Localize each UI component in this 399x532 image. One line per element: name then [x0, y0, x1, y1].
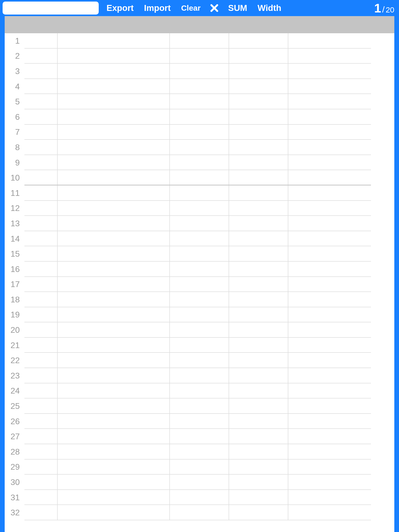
cell[interactable]	[58, 383, 170, 398]
sum-button[interactable]: SUM	[225, 3, 250, 13]
cell[interactable]	[288, 262, 371, 276]
cell[interactable]	[58, 277, 170, 292]
cell[interactable]	[58, 460, 170, 474]
cell[interactable]	[288, 64, 371, 78]
cell[interactable]	[24, 490, 58, 505]
cell[interactable]	[24, 140, 58, 155]
cell[interactable]	[170, 444, 229, 459]
row-number[interactable]: 16	[5, 262, 22, 277]
row-number[interactable]: 24	[5, 383, 22, 399]
cell[interactable]	[170, 277, 229, 292]
cell[interactable]	[229, 292, 288, 307]
cell[interactable]	[288, 216, 371, 231]
row-number[interactable]: 30	[5, 475, 22, 490]
cell[interactable]	[170, 292, 229, 307]
cell[interactable]	[24, 79, 58, 94]
cell[interactable]	[24, 444, 58, 459]
cell[interactable]	[58, 185, 170, 200]
row-number[interactable]: 26	[5, 414, 22, 429]
cell[interactable]	[24, 429, 58, 444]
cell[interactable]	[58, 368, 170, 383]
row-number[interactable]: 17	[5, 277, 22, 292]
cell[interactable]	[24, 201, 58, 216]
row-number[interactable]: 5	[5, 94, 22, 109]
cell[interactable]	[170, 505, 229, 520]
close-button[interactable]	[208, 4, 220, 12]
cell[interactable]	[24, 353, 58, 368]
cell[interactable]	[288, 368, 371, 383]
cell[interactable]	[229, 307, 288, 322]
cell[interactable]	[288, 398, 371, 413]
cell[interactable]	[288, 429, 371, 444]
row-number[interactable]: 19	[5, 307, 22, 323]
cell[interactable]	[24, 216, 58, 231]
cell[interactable]	[58, 444, 170, 459]
cell[interactable]	[170, 262, 229, 276]
cell[interactable]	[58, 414, 170, 429]
cell[interactable]	[288, 201, 371, 216]
cell[interactable]	[229, 429, 288, 444]
cell[interactable]	[229, 338, 288, 353]
cell[interactable]	[58, 33, 170, 48]
cell[interactable]	[170, 185, 229, 200]
cell[interactable]	[58, 170, 170, 185]
width-button[interactable]: Width	[255, 3, 284, 13]
cell[interactable]	[288, 246, 371, 261]
cell[interactable]	[24, 64, 58, 78]
row-number[interactable]: 21	[5, 338, 22, 353]
cell[interactable]	[229, 216, 288, 231]
cell[interactable]	[24, 94, 58, 109]
cell[interactable]	[58, 353, 170, 368]
cell[interactable]	[24, 49, 58, 63]
row-number[interactable]: 23	[5, 368, 22, 383]
cell[interactable]	[170, 246, 229, 261]
cell[interactable]	[58, 505, 170, 520]
row-number[interactable]: 31	[5, 490, 22, 505]
cell[interactable]	[288, 353, 371, 368]
export-button[interactable]: Export	[104, 3, 136, 13]
cell[interactable]	[170, 353, 229, 368]
cell[interactable]	[288, 49, 371, 63]
cell[interactable]	[288, 185, 371, 200]
cell[interactable]	[288, 338, 371, 353]
cell[interactable]	[58, 262, 170, 276]
cell[interactable]	[170, 368, 229, 383]
cell[interactable]	[170, 201, 229, 216]
cell[interactable]	[24, 460, 58, 474]
cell[interactable]	[229, 505, 288, 520]
row-number[interactable]: 28	[5, 444, 22, 460]
cell[interactable]	[229, 185, 288, 200]
cell[interactable]	[288, 475, 371, 489]
row-number[interactable]: 10	[5, 170, 22, 185]
cell[interactable]	[24, 185, 58, 200]
cell[interactable]	[288, 277, 371, 292]
cell[interactable]	[58, 201, 170, 216]
cell[interactable]	[229, 94, 288, 109]
cell[interactable]	[288, 460, 371, 474]
cell[interactable]	[24, 109, 58, 124]
row-number[interactable]: 27	[5, 429, 22, 444]
row-number[interactable]: 25	[5, 398, 22, 414]
cell[interactable]	[24, 155, 58, 170]
cell[interactable]	[288, 490, 371, 505]
cell[interactable]	[24, 307, 58, 322]
cell[interactable]	[58, 231, 170, 246]
cell[interactable]	[170, 490, 229, 505]
row-number[interactable]: 14	[5, 231, 22, 247]
row-number[interactable]: 12	[5, 201, 22, 216]
cell[interactable]	[24, 383, 58, 398]
cell[interactable]	[58, 125, 170, 139]
cell[interactable]	[170, 398, 229, 413]
row-number[interactable]: 13	[5, 216, 22, 231]
cell[interactable]	[24, 398, 58, 413]
cell[interactable]	[288, 33, 371, 48]
row-number[interactable]: 3	[5, 64, 22, 79]
cell[interactable]	[58, 338, 170, 353]
row-number[interactable]: 6	[5, 109, 22, 125]
import-button[interactable]: Import	[142, 3, 174, 13]
cell[interactable]	[229, 109, 288, 124]
cell[interactable]	[288, 125, 371, 139]
cell[interactable]	[288, 140, 371, 155]
cell[interactable]	[170, 307, 229, 322]
row-number[interactable]: 11	[5, 185, 22, 201]
